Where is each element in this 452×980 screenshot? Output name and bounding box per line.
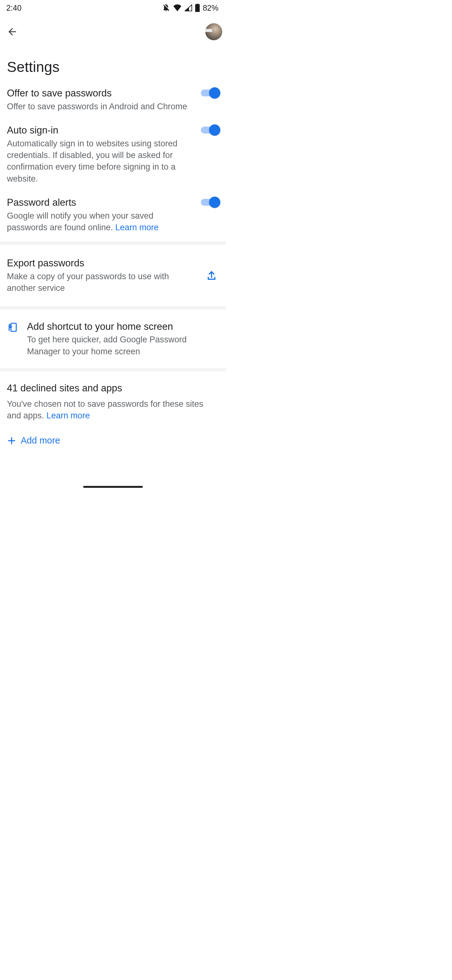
plus-icon [7, 436, 16, 445]
setting-title: Add shortcut to your home screen [27, 320, 219, 333]
setting-description: Offer to save passwords in Android and C… [7, 101, 195, 113]
switch-password-alerts[interactable] [201, 197, 219, 208]
avatar[interactable] [205, 23, 222, 40]
cell-signal-icon [185, 5, 192, 11]
divider [0, 306, 226, 309]
navigation-handle[interactable] [83, 486, 143, 488]
switch-offer-save[interactable] [201, 88, 219, 99]
status-right: 82% [162, 3, 219, 13]
status-bar: 2:40 82% [0, 0, 226, 16]
svg-rect-2 [197, 4, 199, 5]
setting-auto-signin[interactable]: Auto sign-in Automatically sign in to we… [0, 118, 226, 190]
svg-rect-1 [195, 6, 199, 12]
upload-icon [206, 270, 217, 281]
status-time: 2:40 [6, 3, 22, 13]
setting-password-alerts[interactable]: Password alerts Google will notify you w… [0, 190, 226, 242]
setting-title: Auto sign-in [7, 124, 195, 137]
battery-percent: 82% [203, 3, 219, 13]
wifi-icon [173, 5, 182, 11]
setting-export-passwords[interactable]: Export passwords Make a copy of your pas… [0, 245, 226, 306]
page-title: Settings [0, 43, 226, 85]
add-to-home-icon [7, 322, 17, 332]
setting-offer-save-passwords[interactable]: Offer to save passwords Offer to save pa… [0, 85, 226, 118]
declined-sites-title: 41 declined sites and apps [7, 383, 219, 394]
setting-description: Make a copy of your passwords to use wit… [7, 271, 200, 294]
arrow-left-icon [6, 26, 18, 37]
app-header [0, 16, 226, 43]
setting-title: Offer to save passwords [7, 87, 195, 100]
add-more-button[interactable]: Add more [0, 425, 226, 449]
switch-auto-signin[interactable] [201, 124, 219, 136]
declined-sites-section: 41 declined sites and apps You've chosen… [0, 371, 226, 425]
setting-title: Password alerts [7, 196, 195, 209]
declined-learn-more-link[interactable]: Learn more [46, 411, 90, 420]
declined-sites-description: You've chosen not to save passwords for … [7, 398, 219, 422]
divider [0, 242, 226, 245]
battery-icon [195, 4, 200, 12]
setting-description: Google will notify you when your saved p… [7, 210, 195, 234]
password-alerts-learn-more-link[interactable]: Learn more [115, 223, 159, 232]
setting-description: Automatically sign in to websites using … [7, 138, 195, 185]
setting-description: To get here quicker, add Google Password… [27, 334, 219, 358]
setting-add-shortcut[interactable]: Add shortcut to your home screen To get … [0, 309, 226, 368]
add-more-label: Add more [21, 435, 60, 446]
notifications-off-icon [162, 4, 170, 12]
divider [0, 368, 226, 371]
setting-title: Export passwords [7, 257, 200, 270]
back-button[interactable] [5, 24, 20, 40]
